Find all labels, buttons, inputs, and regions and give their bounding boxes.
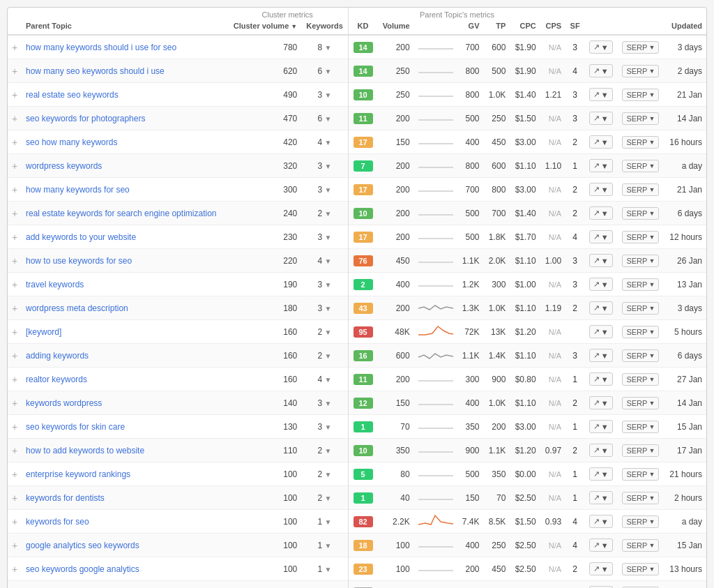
keyword-link[interactable]: enterprise keyword rankings bbox=[26, 469, 130, 479]
serp-dropdown-icon[interactable]: ▼ bbox=[648, 423, 655, 430]
serp-cell[interactable]: SERP ▼ bbox=[617, 35, 664, 59]
trend-button[interactable]: ↗ ▼ bbox=[589, 420, 613, 433]
serp-cell[interactable]: SERP ▼ bbox=[617, 296, 664, 320]
trend-dropdown-icon[interactable]: ▼ bbox=[601, 162, 609, 170]
kw-count-cell[interactable]: 3 ▼ bbox=[301, 178, 348, 202]
expand-button[interactable]: + bbox=[8, 107, 22, 130]
serp-dropdown-icon[interactable]: ▼ bbox=[648, 352, 655, 359]
trend-button[interactable]: ↗ ▼ bbox=[589, 301, 613, 315]
trend-action-cell[interactable]: ↗ ▼ bbox=[584, 154, 617, 178]
kw-count-arrow[interactable]: ▼ bbox=[325, 210, 332, 218]
trend-action-cell[interactable]: ↗ ▼ bbox=[584, 486, 617, 510]
kw-count-cell[interactable]: 4 ▼ bbox=[301, 368, 348, 391]
keyword-link[interactable]: travel keywords bbox=[26, 280, 84, 289]
serp-dropdown-icon[interactable]: ▼ bbox=[648, 139, 655, 146]
keyword-cell[interactable]: how to add keywords to website bbox=[22, 439, 227, 462]
keyword-link[interactable]: how many keywords should i use for seo bbox=[26, 43, 176, 52]
serp-button[interactable]: SERP ▼ bbox=[622, 207, 659, 220]
keyword-cell[interactable]: enterprise keyword rankings bbox=[22, 462, 227, 486]
serp-cell[interactable]: SERP ▼ bbox=[617, 510, 664, 534]
keyword-cell[interactable]: adding keywords bbox=[22, 344, 227, 368]
kw-count-arrow[interactable]: ▼ bbox=[325, 495, 332, 502]
serp-dropdown-icon[interactable]: ▼ bbox=[648, 68, 655, 75]
expand-button[interactable]: + bbox=[8, 368, 22, 391]
expand-button[interactable]: + bbox=[8, 557, 22, 581]
trend-button[interactable]: ↗ ▼ bbox=[589, 230, 613, 243]
kw-count-cell[interactable]: 1 ▼ bbox=[301, 510, 348, 534]
trend-button[interactable]: ↗ ▼ bbox=[589, 135, 613, 149]
serp-dropdown-icon[interactable]: ▼ bbox=[648, 495, 655, 502]
serp-dropdown-icon[interactable]: ▼ bbox=[648, 305, 655, 312]
kw-count-arrow[interactable]: ▼ bbox=[325, 68, 332, 75]
keyword-link[interactable]: how many keywords for seo bbox=[26, 185, 130, 195]
keyword-cell[interactable]: how to use keywords for seo bbox=[22, 249, 227, 273]
trend-dropdown-icon[interactable]: ▼ bbox=[601, 257, 609, 265]
trend-dropdown-icon[interactable]: ▼ bbox=[601, 446, 609, 455]
trend-button[interactable]: ↗ ▼ bbox=[589, 206, 613, 220]
keyword-cell[interactable]: how many keywords for seo bbox=[22, 178, 227, 202]
kw-count-cell[interactable]: 3 ▼ bbox=[301, 391, 348, 415]
serp-cell[interactable]: SERP ▼ bbox=[617, 107, 664, 130]
kw-count-arrow[interactable]: ▼ bbox=[325, 234, 332, 241]
kw-count-arrow[interactable]: ▼ bbox=[325, 281, 332, 289]
keyword-link[interactable]: how to use keywords for seo bbox=[26, 256, 132, 266]
expand-button[interactable]: + bbox=[8, 59, 22, 83]
keyword-cell[interactable]: seo keywords for photographers bbox=[22, 107, 227, 130]
serp-button[interactable]: SERP ▼ bbox=[622, 41, 659, 54]
serp-dropdown-icon[interactable]: ▼ bbox=[648, 257, 655, 264]
keyword-cell[interactable]: add keywords to your website bbox=[22, 225, 227, 249]
serp-button[interactable]: SERP ▼ bbox=[622, 421, 659, 433]
kw-count-cell[interactable]: 6 ▼ bbox=[301, 107, 348, 130]
serp-cell[interactable]: SERP ▼ bbox=[617, 344, 664, 368]
kw-count-cell[interactable]: 2 ▼ bbox=[301, 581, 348, 589]
kw-count-cell[interactable]: 3 ▼ bbox=[301, 83, 348, 107]
kw-count-cell[interactable]: 2 ▼ bbox=[301, 462, 348, 486]
serp-button[interactable]: SERP ▼ bbox=[622, 65, 659, 77]
keyword-link[interactable]: wordpress keywords bbox=[26, 161, 102, 171]
expand-button[interactable]: + bbox=[8, 486, 22, 510]
trend-action-cell[interactable]: ↗ ▼ bbox=[584, 130, 617, 154]
serp-dropdown-icon[interactable]: ▼ bbox=[648, 91, 655, 98]
keyword-link[interactable]: how many seo keywords should i use bbox=[26, 66, 165, 76]
serp-button[interactable]: SERP ▼ bbox=[622, 539, 659, 552]
serp-button[interactable]: SERP ▼ bbox=[622, 492, 659, 504]
keyword-link[interactable]: seo keywords for skin care bbox=[26, 422, 125, 432]
kw-count-arrow[interactable]: ▼ bbox=[325, 471, 332, 478]
trend-button[interactable]: ↗ ▼ bbox=[589, 349, 613, 362]
keyword-cell[interactable]: real estate keywords for search engine o… bbox=[22, 202, 227, 225]
keyword-link[interactable]: how to add keywords to website bbox=[26, 446, 144, 455]
trend-dropdown-icon[interactable]: ▼ bbox=[601, 114, 609, 123]
serp-button[interactable]: SERP ▼ bbox=[622, 326, 659, 338]
serp-dropdown-icon[interactable]: ▼ bbox=[648, 566, 655, 573]
trend-action-cell[interactable]: ↗ ▼ bbox=[584, 320, 617, 344]
serp-button[interactable]: SERP ▼ bbox=[622, 160, 659, 172]
serp-button[interactable]: SERP ▼ bbox=[622, 468, 659, 481]
trend-dropdown-icon[interactable]: ▼ bbox=[601, 67, 609, 75]
kw-count-arrow[interactable]: ▼ bbox=[325, 352, 332, 360]
serp-cell[interactable]: SERP ▼ bbox=[617, 59, 664, 83]
serp-dropdown-icon[interactable]: ▼ bbox=[648, 329, 655, 336]
trend-dropdown-icon[interactable]: ▼ bbox=[601, 233, 609, 241]
keyword-cell[interactable]: travel keywords bbox=[22, 273, 227, 296]
serp-dropdown-icon[interactable]: ▼ bbox=[648, 281, 655, 288]
trend-action-cell[interactable]: ↗ ▼ bbox=[584, 368, 617, 391]
keyword-link[interactable]: seo how many keywords bbox=[26, 137, 117, 147]
keyword-cell[interactable]: wordpress keywords bbox=[22, 154, 227, 178]
serp-button[interactable]: SERP ▼ bbox=[622, 89, 659, 101]
serp-dropdown-icon[interactable]: ▼ bbox=[648, 186, 655, 193]
serp-dropdown-icon[interactable]: ▼ bbox=[648, 115, 655, 122]
serp-button[interactable]: SERP ▼ bbox=[622, 255, 659, 267]
trend-action-cell[interactable]: ↗ ▼ bbox=[584, 581, 617, 589]
trend-button[interactable]: ↗ ▼ bbox=[589, 159, 613, 172]
trend-dropdown-icon[interactable]: ▼ bbox=[601, 91, 609, 99]
keyword-link[interactable]: seo keywords google analytics bbox=[26, 564, 139, 574]
serp-cell[interactable]: SERP ▼ bbox=[617, 581, 664, 589]
trend-action-cell[interactable]: ↗ ▼ bbox=[584, 107, 617, 130]
serp-button[interactable]: SERP ▼ bbox=[622, 397, 659, 409]
kw-count-arrow[interactable]: ▼ bbox=[325, 376, 332, 384]
expand-button[interactable]: + bbox=[8, 202, 22, 225]
kw-count-arrow[interactable]: ▼ bbox=[325, 329, 332, 336]
expand-button[interactable]: + bbox=[8, 83, 22, 107]
serp-dropdown-icon[interactable]: ▼ bbox=[648, 376, 655, 383]
trend-action-cell[interactable]: ↗ ▼ bbox=[584, 557, 617, 581]
